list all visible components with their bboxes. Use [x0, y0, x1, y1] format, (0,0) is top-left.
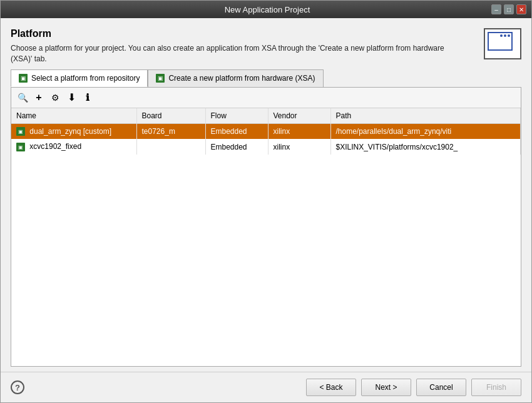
row-1-name: ▣ xcvc1902_fixed	[11, 139, 136, 155]
row-0-flow: Embedded	[205, 123, 268, 139]
table-row[interactable]: ▣ dual_arm_zynq [custom] te0726_m Embedd…	[11, 123, 521, 139]
tabs-section: ▣ Select a platform from repository ▣ Cr…	[11, 69, 521, 367]
tab-repo-icon: ▣	[19, 74, 28, 83]
table-row[interactable]: ▣ xcvc1902_fixed Embedded xilinx $XILINX…	[11, 139, 521, 155]
next-button[interactable]: Next >	[361, 379, 411, 396]
platform-title-area: Platform Choose a platform for your proj…	[11, 28, 478, 64]
col-header-vendor: Vendor	[268, 108, 330, 124]
tab-hardware-label: Create a new platform from hardware (XSA…	[168, 74, 315, 83]
window-controls: – □ ✕	[491, 4, 526, 14]
row-1-vendor: xilinx	[268, 139, 330, 155]
platform-table: Name Board Flow Vendor Path ▣	[11, 108, 521, 155]
footer: ? < Back Next > Cancel Finish	[1, 372, 531, 402]
minimize-button[interactable]: –	[491, 4, 501, 14]
finish-button: Finish	[471, 379, 521, 396]
dot-1	[500, 34, 503, 37]
search-icon[interactable]: 🔍	[16, 91, 29, 104]
tab-hardware[interactable]: ▣ Create a new platform from hardware (X…	[148, 69, 323, 87]
row-1-board	[136, 139, 205, 155]
content-area: Platform Choose a platform for your proj…	[1, 18, 531, 372]
row-0-name: ▣ dual_arm_zynq [custom]	[11, 123, 136, 139]
tab-hardware-icon: ▣	[156, 74, 165, 83]
table-toolbar: 🔍 + ⚙ ⬇ ℹ	[11, 88, 521, 108]
footer-buttons: < Back Next > Cancel Finish	[306, 379, 521, 396]
maximize-button[interactable]: □	[504, 4, 514, 14]
platform-icon-inner	[488, 32, 513, 51]
add-icon[interactable]: +	[33, 91, 45, 104]
cancel-button[interactable]: Cancel	[416, 379, 466, 396]
col-header-flow: Flow	[205, 108, 268, 124]
title-bar: New Application Project – □ ✕	[1, 1, 531, 18]
platform-icon	[484, 28, 521, 59]
platform-table-area: Name Board Flow Vendor Path ▣	[11, 108, 521, 366]
platform-header: Platform Choose a platform for your proj…	[11, 28, 521, 64]
icon-dots	[500, 34, 510, 37]
row-1-path: $XILINX_VITIS/platforms/xcvc1902_	[330, 139, 521, 155]
page-title: Platform	[11, 28, 478, 39]
tab-repo-label: Select a platform from repository	[31, 74, 140, 83]
close-button[interactable]: ✕	[516, 4, 526, 14]
row-0-path: /home/parallels/dual_arm_zynq/viti	[330, 123, 521, 139]
help-button[interactable]: ?	[11, 380, 24, 394]
row-0-icon: ▣	[16, 127, 25, 136]
settings-icon[interactable]: ⚙	[49, 91, 61, 104]
table-header-row: Name Board Flow Vendor Path	[11, 108, 521, 124]
footer-left: ?	[11, 380, 24, 394]
download-icon[interactable]: ⬇	[65, 91, 78, 104]
dot-2	[504, 34, 506, 37]
col-header-board: Board	[136, 108, 205, 124]
row-1-icon: ▣	[16, 143, 25, 151]
platform-description: Choose a platform for your project. You …	[11, 43, 449, 64]
main-window: New Application Project – □ ✕ Platform C…	[0, 0, 532, 403]
tab-bar: ▣ Select a platform from repository ▣ Cr…	[11, 69, 521, 87]
dot-3	[508, 34, 510, 37]
back-button[interactable]: < Back	[306, 379, 356, 396]
tab-repo[interactable]: ▣ Select a platform from repository	[11, 69, 148, 87]
tab-content: 🔍 + ⚙ ⬇ ℹ Name Board Flow Ve	[11, 87, 521, 367]
col-header-path: Path	[330, 108, 521, 124]
row-1-flow: Embedded	[205, 139, 268, 155]
info-icon[interactable]: ℹ	[81, 91, 94, 104]
row-0-vendor: xilinx	[268, 123, 330, 139]
row-0-board: te0726_m	[136, 123, 205, 139]
window-title: New Application Project	[43, 5, 491, 14]
col-header-name: Name	[11, 108, 136, 124]
